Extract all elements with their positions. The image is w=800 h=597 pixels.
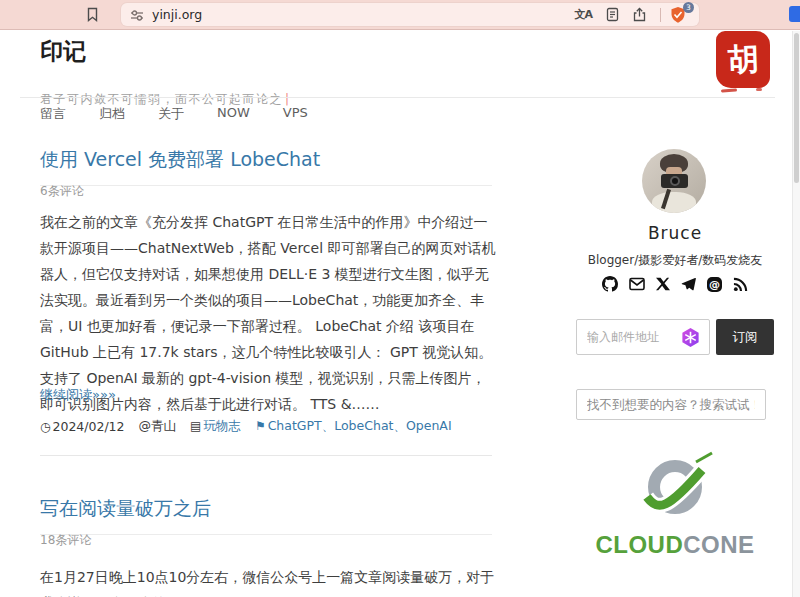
scrollbar-thumb[interactable] [794, 33, 799, 183]
extension-icon-partial[interactable] [789, 6, 800, 22]
url-bar[interactable]: yinji.org 文A 3 [121, 3, 699, 26]
nav-item-archive[interactable]: 归档 [99, 105, 125, 123]
post-date: ◷2024/02/12 [40, 419, 125, 434]
tag-link[interactable]: OpenAI [406, 418, 452, 433]
article-excerpt: 在1月27日晚上10点10分左右，微信公众号上一篇文章阅读量破万，对于我来说是一… [40, 564, 496, 597]
reader-mode-icon[interactable] [606, 7, 619, 22]
tag-link[interactable]: LobeChat [334, 418, 393, 433]
bookmark-icon[interactable] [86, 7, 99, 22]
article-title[interactable]: 写在阅读量破万之后 [40, 496, 492, 535]
rss-icon[interactable] [733, 277, 748, 292]
password-extension-icon[interactable] [680, 327, 701, 348]
read-more-link[interactable]: 继续阅读»»» [40, 386, 116, 404]
cloudcone-ad[interactable]: CLOUDCONE [576, 449, 774, 559]
author-description: Blogger/摄影爱好者/数码发烧友 [576, 252, 774, 269]
toolbar-divider [660, 8, 661, 22]
comments-count[interactable]: 6条评论 [40, 183, 84, 200]
nav-item-now[interactable]: NOW [217, 105, 250, 123]
main-nav: 留言 归档 关于 NOW VPS [40, 105, 308, 123]
nav-item-vps[interactable]: VPS [283, 105, 308, 123]
tagline-cursor: | [285, 92, 291, 106]
page-content: 印记 君子可内敛不可懦弱，面不公可起而论之| 胡 留言 归档 关于 NOW VP… [0, 31, 792, 597]
social-links: @ [576, 276, 774, 292]
tag-flag-icon: ⚑ [255, 419, 266, 433]
extension-badge: 3 [683, 2, 694, 13]
post-tags: ⚑ChatGPT、LobeChat、OpenAI [255, 418, 452, 435]
email-icon[interactable] [629, 277, 645, 291]
subscribe-button[interactable]: 订阅 [716, 319, 774, 355]
post-category: ▤玩物志 [190, 418, 241, 435]
sidebar: Bruce Blogger/摄影爱好者/数码发烧友 @ [576, 31, 774, 597]
share-icon[interactable] [632, 7, 647, 22]
mastodon-icon[interactable]: @ [707, 277, 722, 292]
site-permissions-icon[interactable] [130, 9, 144, 21]
article-separator [40, 455, 492, 456]
translate-icon[interactable]: 文A [574, 7, 592, 22]
tag-separator: 、 [393, 418, 406, 433]
telegram-icon[interactable] [681, 277, 696, 291]
adblock-extension-icon[interactable]: 3 [670, 5, 690, 25]
author-name: Bruce [576, 223, 774, 243]
author-avatar [642, 149, 706, 213]
tag-link[interactable]: ChatGPT [268, 418, 322, 433]
clock-icon: ◷ [40, 420, 50, 434]
category-link[interactable]: 玩物志 [203, 418, 241, 433]
site-title[interactable]: 印记 [40, 36, 86, 67]
tag-separator: 、 [322, 418, 335, 433]
browser-toolbar: yinji.org 文A 3 [0, 0, 800, 30]
category-icon: ▤ [190, 419, 201, 433]
nav-item-about[interactable]: 关于 [158, 105, 184, 123]
search-input[interactable] [576, 389, 766, 420]
tagline-text: 君子可内敛不可懦弱，面不公可起而论之 [40, 92, 283, 106]
article-title[interactable]: 使用 Vercel 免费部署 LobeChat [40, 147, 492, 186]
nav-item-message-board[interactable]: 留言 [40, 105, 66, 123]
post-author: @青山 [139, 418, 177, 435]
article-meta: ◷2024/02/12 @青山 ▤玩物志 ⚑ChatGPT、LobeChat、O… [40, 418, 452, 435]
cloudcone-logo-icon [632, 449, 718, 523]
url-text: yinji.org [152, 7, 202, 22]
scrollbar[interactable] [792, 31, 800, 597]
comments-count[interactable]: 18条评论 [40, 532, 91, 549]
github-icon[interactable] [602, 276, 618, 292]
x-twitter-icon[interactable] [656, 277, 670, 291]
cloudcone-logo-text: CLOUDCONE [576, 531, 774, 559]
subscribe-form: 订阅 [576, 319, 774, 355]
